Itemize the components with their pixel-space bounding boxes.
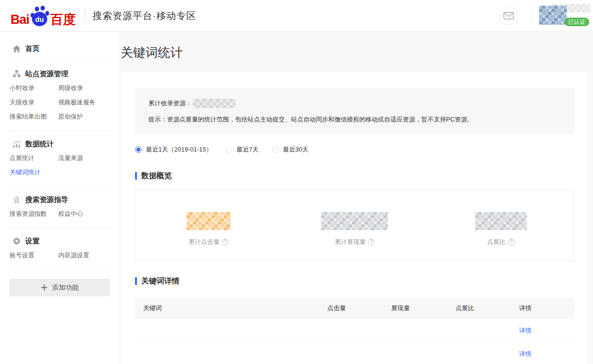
- sidebar-item-weekly-include[interactable]: 周级收录: [58, 81, 119, 95]
- sidebar-section-resource-guidance: 搜索资源指导: [0, 194, 119, 205]
- product-title: 搜索资源平台·移动专区: [93, 10, 197, 22]
- section-title: 搜索资源指导: [25, 195, 68, 204]
- table-row: 详情: [135, 319, 574, 342]
- divider: [10, 61, 110, 61]
- add-feature-label: 添加功能: [52, 283, 79, 292]
- sidebar: 首页 站点资源管理 小时收录 周级收录 天级收录 视频极速服务 搜索结果出图 原…: [0, 32, 119, 364]
- keyword-table: 关键词 点击量 展现量 点展比 详情 详情 详情: [135, 298, 574, 364]
- radio-unselected-icon: [226, 146, 232, 153]
- overview-box: 累计点击量 ? 累计展现量 ? 点展比 ?: [135, 189, 574, 261]
- content-card: 累计收录资源： 提示：资源点展量的统计范围，包括站点主动提交、站点自动同步和微信…: [121, 72, 588, 364]
- help-circle-icon[interactable]: ?: [508, 239, 515, 245]
- plus-icon: [41, 284, 48, 291]
- sidebar-item-account-settings[interactable]: 账号设置: [10, 248, 58, 263]
- col-clicks: 点击量: [327, 304, 391, 313]
- logo-text-bai: Bai: [10, 13, 29, 26]
- section-title: 站点资源管理: [25, 70, 68, 79]
- section-title: 设置: [25, 237, 40, 246]
- summary-box: 累计收录资源： 提示：资源点展量的统计范围，包括站点主动提交、站点自动同步和微信…: [135, 88, 574, 134]
- sidebar-item-video-service[interactable]: 视频极速服务: [58, 95, 119, 110]
- radio-last-1-day[interactable]: 最近1天（2019-01-15）: [135, 145, 212, 154]
- account-menu[interactable]: 已认证: [532, 2, 593, 30]
- summary-tip: 提示：资源点展量的统计范围，包括站点主动提交、站点自动同步和微信授权的移动或自适…: [148, 115, 561, 124]
- detail-link[interactable]: 详情: [519, 350, 531, 357]
- radio-last-7-days[interactable]: 最近7天: [226, 145, 259, 154]
- stat-ctr: 点展比 ?: [428, 190, 574, 260]
- sidebar-item-daily-include[interactable]: 天级收录: [10, 95, 58, 110]
- detail-section-header: 关键词详情: [135, 276, 574, 286]
- table-header-row: 关键词 点击量 展现量 点展比 详情: [135, 298, 574, 319]
- col-ctr: 点展比: [456, 304, 519, 313]
- sidebar-item-label: 首页: [25, 44, 40, 53]
- col-detail: 详情: [519, 304, 566, 313]
- table-row: 详情: [135, 342, 574, 364]
- sidebar-item-search-result-image[interactable]: 搜索结果出图: [10, 110, 58, 124]
- detail-link[interactable]: 详情: [519, 327, 531, 334]
- baidu-paw-icon: du: [30, 5, 49, 26]
- baidu-logo[interactable]: Bai du 百度: [10, 5, 76, 26]
- sidebar-item-click-impression-stats[interactable]: 点展统计: [10, 151, 58, 165]
- sidebar-item-home[interactable]: 首页: [0, 43, 119, 54]
- divider: [10, 187, 110, 187]
- gear-icon: [12, 237, 21, 245]
- date-filter-row: 最近1天（2019-01-15） 最近7天 最近30天: [135, 145, 574, 154]
- sidebar-item-content-source-settings[interactable]: 内容源设置: [58, 248, 119, 263]
- stat-total-clicks: 累计点击量 ?: [135, 190, 281, 260]
- sidebar-item-keyword-stats-active[interactable]: 关键词统计: [10, 165, 58, 180]
- divider: [10, 228, 110, 229]
- logo-text-cn: 百度: [50, 13, 76, 26]
- blurred-impressions-value: [321, 212, 388, 230]
- add-feature-button[interactable]: 添加功能: [10, 279, 110, 296]
- medal-icon: [12, 195, 21, 204]
- help-circle-icon[interactable]: ?: [222, 239, 229, 245]
- sitemap-icon: [12, 70, 21, 78]
- help-circle-icon[interactable]: ?: [368, 239, 375, 245]
- avatar: [539, 6, 567, 25]
- radio-unselected-icon: [272, 146, 279, 153]
- main-content: 关键词统计 累计收录资源： 提示：资源点展量的统计范围，包括站点主动提交、站点自…: [119, 32, 593, 364]
- mail-icon: [503, 12, 514, 20]
- chart-icon: [12, 140, 21, 148]
- col-impressions: 展现量: [391, 304, 456, 313]
- stat-total-impressions: 累计展现量 ?: [281, 190, 427, 260]
- sidebar-item-resource-index[interactable]: 搜索资源指数: [10, 207, 58, 221]
- overview-section-header: 数据概览: [135, 171, 574, 181]
- verified-badge: 已认证: [564, 18, 589, 26]
- logo-text-du: du: [32, 12, 47, 26]
- sidebar-item-rights-center[interactable]: 权益中心: [58, 207, 119, 221]
- mail-button[interactable]: [499, 6, 518, 25]
- page-title: 关键词统计: [121, 44, 183, 61]
- total-resources-label: 累计收录资源：: [148, 99, 192, 108]
- section-bar: [135, 172, 137, 180]
- divider: [10, 270, 110, 270]
- col-keyword: 关键词: [143, 304, 327, 313]
- sidebar-section-data-statistics: 数据统计: [0, 139, 119, 149]
- top-header: Bai du 百度 搜索资源平台·移动专区 已认证: [0, 0, 593, 32]
- radio-selected-icon: [135, 146, 142, 153]
- sidebar-item-original-protection[interactable]: 原创保护: [58, 110, 119, 124]
- sidebar-item-hourly-include[interactable]: 小时收录: [10, 81, 58, 95]
- sidebar-section-settings: 设置: [0, 236, 119, 246]
- sidebar-section-site-resources: 站点资源管理: [0, 69, 119, 79]
- section-title: 数据统计: [25, 140, 54, 149]
- logo-divider: [84, 10, 85, 22]
- blurred-ctr-value: [475, 212, 527, 230]
- radio-last-30-days[interactable]: 最近30天: [272, 145, 308, 154]
- blurred-clicks-value: [187, 212, 230, 230]
- divider: [10, 131, 110, 131]
- section-bar: [135, 277, 137, 285]
- blurred-total-value: [193, 99, 236, 108]
- home-icon: [12, 45, 21, 53]
- sidebar-item-traffic-source[interactable]: 流量来源: [58, 151, 119, 165]
